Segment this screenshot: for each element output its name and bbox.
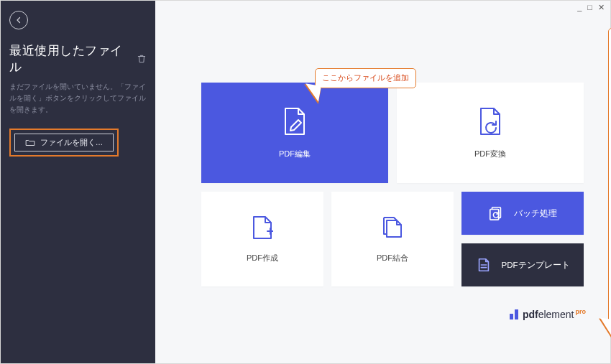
tile-label: PDF結合 xyxy=(377,253,408,263)
tile-pdf-combine[interactable]: PDF結合 xyxy=(331,192,454,286)
tile-pdf-create[interactable]: PDF作成 xyxy=(201,192,323,286)
tile-label: PDFテンプレート xyxy=(502,260,570,271)
window-controls: _ □ ✕ xyxy=(576,4,606,11)
main-area: _ □ ✕ ここからファイルを追加 またはドラッグ＆ドロップ操作でファイルを直接… xyxy=(155,1,610,363)
close-button[interactable]: ✕ xyxy=(597,4,606,11)
tile-label: PDF編集 xyxy=(279,149,311,159)
minimize-button[interactable]: _ xyxy=(576,4,583,11)
trash-icon xyxy=(137,54,147,64)
chevron-left-icon xyxy=(14,16,23,24)
callout-drag-drop: またはドラッグ＆ドロップ操作でファイルを直接に追加 xyxy=(608,28,611,322)
open-file-highlight: ファイルを開く… xyxy=(9,129,119,157)
tile-pdf-convert[interactable]: PDF変換 xyxy=(397,83,584,183)
page-create-icon xyxy=(252,215,273,240)
tile-pdf-edit[interactable]: PDF編集 xyxy=(201,83,388,183)
brand-pro: pro xyxy=(576,308,587,315)
back-button[interactable] xyxy=(9,11,28,29)
brand-bold: pdf xyxy=(523,309,538,320)
tile-label: PDF作成 xyxy=(247,253,278,263)
brand-logo: pdfelementpro xyxy=(510,308,586,320)
tile-label: バッチ処理 xyxy=(514,208,557,219)
page-edit-icon xyxy=(281,107,308,136)
tile-grid: PDF編集 PDF変換 xyxy=(201,83,586,299)
tile-label: PDF変換 xyxy=(474,149,506,159)
open-file-button[interactable]: ファイルを開く… xyxy=(14,134,114,151)
folder-icon xyxy=(25,139,35,147)
recent-files-description: まだファイルを開いていません。「ファイルを開く」ボタンをクリックしてファイルを開… xyxy=(9,81,146,116)
page-convert-icon xyxy=(477,107,504,136)
brand-text: pdfelementpro xyxy=(523,308,586,320)
recent-files-title: 最近使用したファイル xyxy=(9,42,129,75)
brand-rest: element xyxy=(538,309,574,320)
sidebar: 最近使用したファイル まだファイルを開いていません。「ファイルを開く」ボタンをク… xyxy=(1,1,155,363)
open-file-label: ファイルを開く… xyxy=(40,138,104,148)
template-icon xyxy=(476,257,492,273)
batch-icon xyxy=(488,205,504,221)
svg-rect-1 xyxy=(490,210,499,220)
tile-batch-process[interactable]: バッチ処理 xyxy=(461,192,584,235)
recent-files-header: 最近使用したファイル xyxy=(9,42,147,75)
callout-add-from-here: ここからファイルを追加 xyxy=(315,68,416,88)
brand-mark-icon xyxy=(510,309,518,319)
tile-pdf-template[interactable]: PDFテンプレート xyxy=(461,243,584,286)
app-window: 最近使用したファイル まだファイルを開いていません。「ファイルを開く」ボタンをク… xyxy=(0,0,611,364)
clear-recent-button[interactable] xyxy=(137,54,147,64)
maximize-button[interactable]: □ xyxy=(586,4,594,11)
page-combine-icon xyxy=(380,215,405,240)
callout-text: ここからファイルを追加 xyxy=(322,73,409,82)
